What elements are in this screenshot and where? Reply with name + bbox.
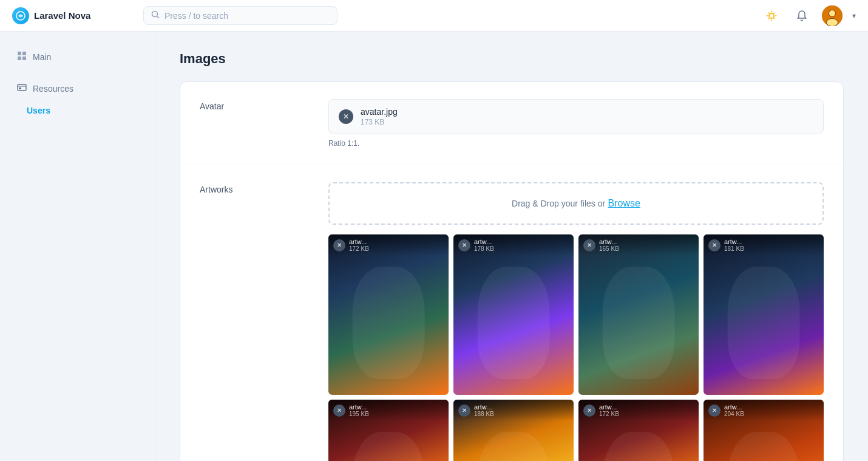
app-logo-icon — [12, 7, 29, 24]
artwork-filesize: 178 KB — [474, 245, 569, 252]
artwork-filesize: 204 KB — [724, 411, 819, 417]
app-name: Laravel Nova — [34, 10, 90, 21]
user-avatar[interactable] — [822, 5, 843, 26]
sidebar-users-label: Users — [27, 106, 50, 115]
artwork-filename: artw... — [599, 403, 694, 411]
svg-point-2 — [769, 13, 774, 18]
resources-section: Resources Users — [10, 78, 145, 120]
avatar-ratio-hint: Ratio 1:1. — [328, 139, 824, 148]
notifications-button[interactable] — [792, 5, 812, 26]
artwork-filename: artw... — [599, 238, 694, 245]
svg-rect-9 — [22, 52, 26, 55]
svg-rect-12 — [18, 84, 26, 90]
artwork-remove-button[interactable]: ✕ — [458, 405, 470, 417]
svg-point-7 — [827, 19, 838, 26]
artwork-thumb: ✕artw...172 KB — [328, 234, 449, 395]
artwork-thumb: ✕artw...195 KB — [328, 400, 449, 461]
svg-rect-10 — [18, 56, 21, 60]
avatar-remove-button[interactable]: ✕ — [339, 109, 353, 124]
svg-rect-8 — [18, 52, 21, 55]
theme-toggle-button[interactable] — [761, 5, 782, 26]
nav-right-actions: ▾ — [761, 5, 856, 26]
artwork-filename: artw... — [474, 403, 569, 411]
search-bar[interactable]: Press / to search — [143, 6, 337, 25]
artwork-remove-button[interactable]: ✕ — [458, 239, 470, 251]
artwork-thumb: ✕artw...204 KB — [704, 400, 824, 461]
artwork-filesize: 181 KB — [724, 245, 819, 252]
page-layout: Main Resources Users Images — [0, 32, 868, 461]
svg-point-6 — [829, 10, 835, 16]
artwork-remove-button[interactable]: ✕ — [583, 405, 595, 417]
avatar-file-size: 173 KB — [361, 118, 813, 126]
logo-area: Laravel Nova — [12, 7, 134, 24]
artwork-remove-button[interactable]: ✕ — [333, 239, 345, 251]
artwork-thumb: ✕artw...165 KB — [578, 234, 699, 395]
artworks-field-content: Drag & Drop your files or Browse ✕artw..… — [328, 182, 824, 461]
artwork-filename: artw... — [474, 238, 569, 245]
dropzone-text: Drag & Drop your files or — [512, 199, 605, 208]
sidebar: Main Resources Users — [0, 32, 155, 461]
search-icon — [151, 10, 160, 21]
main-content: Images Avatar ✕ avatar.jpg 173 KB Ratio … — [155, 32, 868, 461]
browse-link[interactable]: Browse — [608, 198, 640, 208]
artwork-filename: artw... — [724, 238, 819, 245]
avatar-file-item: ✕ avatar.jpg 173 KB — [328, 99, 824, 134]
artworks-field-row: Artworks Drag & Drop your files or Brows… — [180, 165, 843, 461]
artwork-filename: artw... — [724, 403, 819, 411]
images-card: Avatar ✕ avatar.jpg 173 KB Ratio 1:1. Ar… — [180, 81, 844, 461]
artworks-dropzone[interactable]: Drag & Drop your files or Browse — [328, 182, 824, 225]
svg-rect-11 — [22, 56, 26, 60]
sidebar-item-main[interactable]: Main — [10, 46, 145, 68]
svg-rect-13 — [19, 87, 21, 89]
artwork-filesize: 165 KB — [599, 245, 694, 252]
artwork-filesize: 188 KB — [474, 411, 569, 417]
avatar-file-name: avatar.jpg — [361, 107, 813, 117]
artwork-thumb: ✕artw...181 KB — [704, 234, 824, 395]
artwork-remove-button[interactable]: ✕ — [333, 405, 345, 417]
artwork-filename: artw... — [349, 238, 444, 245]
artwork-remove-button[interactable]: ✕ — [708, 239, 721, 251]
artworks-image-grid: ✕artw...172 KB✕artw...178 KB✕artw...165 … — [328, 234, 824, 461]
artwork-remove-button[interactable]: ✕ — [708, 405, 721, 417]
artwork-filesize: 195 KB — [349, 411, 444, 417]
sidebar-item-users[interactable]: Users — [10, 101, 145, 120]
sidebar-resources-label: Resources — [33, 84, 73, 94]
artwork-filesize: 172 KB — [599, 411, 694, 417]
artwork-thumb: ✕artw...188 KB — [453, 400, 574, 461]
user-menu-chevron[interactable]: ▾ — [852, 12, 856, 20]
sidebar-main-label: Main — [33, 52, 51, 62]
artwork-filesize: 172 KB — [349, 245, 444, 252]
artworks-label: Artworks — [200, 182, 309, 194]
page-title: Images — [180, 51, 844, 67]
main-icon — [17, 51, 27, 63]
avatar-file-info: avatar.jpg 173 KB — [361, 107, 813, 126]
search-placeholder-text: Press / to search — [164, 11, 330, 21]
avatar-field-row: Avatar ✕ avatar.jpg 173 KB Ratio 1:1. — [180, 82, 843, 165]
avatar-field-content: ✕ avatar.jpg 173 KB Ratio 1:1. — [328, 99, 824, 148]
avatar-label: Avatar — [200, 99, 309, 111]
artwork-remove-button[interactable]: ✕ — [583, 239, 595, 251]
resources-icon — [17, 83, 27, 95]
sidebar-item-resources[interactable]: Resources — [10, 78, 145, 100]
artwork-thumb: ✕artw...178 KB — [453, 234, 574, 395]
artwork-thumb: ✕artw...172 KB — [578, 400, 699, 461]
top-navigation: Laravel Nova Press / to search — [0, 0, 868, 32]
artwork-filename: artw... — [349, 403, 444, 411]
